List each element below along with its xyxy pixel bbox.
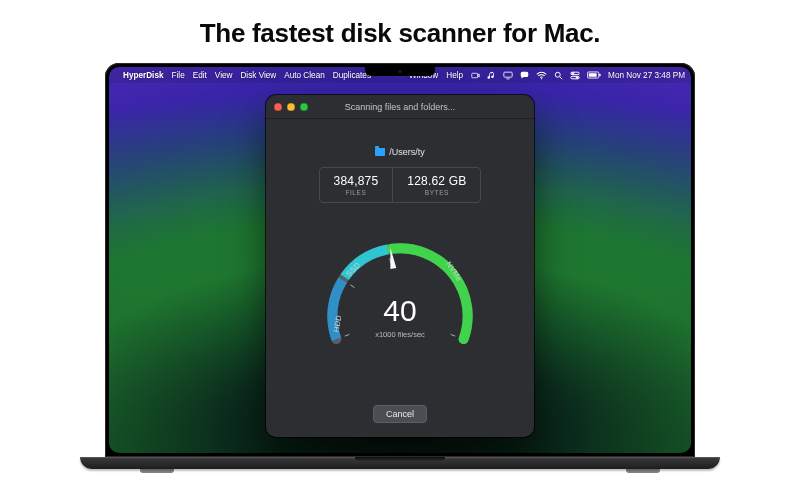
display-notch	[365, 67, 435, 76]
stat-bytes: 128.62 GB BYTES	[392, 168, 480, 202]
laptop-base	[80, 457, 720, 469]
control-center-icon[interactable]	[570, 71, 580, 80]
music-icon[interactable]	[487, 71, 496, 80]
window-title: Scanning files and folders...	[266, 102, 534, 112]
screen-icon[interactable]	[503, 71, 513, 80]
folder-icon	[375, 148, 385, 156]
scan-path-row: /Users/ty	[375, 147, 425, 157]
svg-point-2	[541, 78, 542, 79]
camera-icon[interactable]	[471, 71, 480, 80]
svg-point-5	[572, 72, 574, 74]
chat-icon[interactable]	[520, 71, 529, 80]
svg-rect-0	[472, 73, 478, 78]
gauge-value: 40	[383, 294, 416, 328]
menu-help[interactable]: Help	[446, 71, 463, 80]
svg-rect-1	[504, 72, 512, 77]
screen-bezel: HyperDisk File Edit View Disk View Auto …	[105, 63, 695, 457]
window-titlebar[interactable]: Scanning files and folders...	[266, 95, 534, 119]
battery-icon[interactable]	[587, 71, 601, 79]
app-window: Scanning files and folders... /Users/ty …	[266, 95, 534, 437]
svg-rect-9	[589, 73, 597, 77]
marketing-headline: The fastest disk scanner for Mac.	[200, 18, 600, 49]
speed-gauge: HDD SSD NVMe 40 x1000 files/sec	[315, 221, 485, 391]
menu-disk-view[interactable]: Disk View	[240, 71, 276, 80]
menu-view[interactable]: View	[215, 71, 233, 80]
window-body: /Users/ty 384,875 FILES 128.62 GB BYTES	[266, 119, 534, 437]
stat-files-label: FILES	[334, 189, 379, 196]
menu-app-name[interactable]: HyperDisk	[123, 71, 164, 80]
menu-edit[interactable]: Edit	[193, 71, 207, 80]
menu-file[interactable]: File	[172, 71, 185, 80]
desktop: HyperDisk File Edit View Disk View Auto …	[109, 67, 691, 453]
svg-point-7	[576, 76, 578, 78]
stat-bytes-label: BYTES	[407, 189, 466, 196]
laptop-mockup: HyperDisk File Edit View Disk View Auto …	[80, 63, 720, 473]
stat-files-value: 384,875	[334, 174, 379, 188]
svg-point-3	[555, 72, 560, 77]
stat-files: 384,875 FILES	[320, 168, 393, 202]
menu-bar-status-area: Mon Nov 27 3:48 PM	[471, 71, 685, 80]
menu-bar-datetime[interactable]: Mon Nov 27 3:48 PM	[608, 71, 685, 80]
svg-rect-10	[599, 74, 600, 77]
scan-stats: 384,875 FILES 128.62 GB BYTES	[319, 167, 482, 203]
menu-auto-clean[interactable]: Auto Clean	[284, 71, 325, 80]
gauge-unit-label: x1000 files/sec	[375, 330, 425, 339]
wifi-icon[interactable]	[536, 71, 547, 80]
cancel-button[interactable]: Cancel	[373, 405, 427, 423]
scan-path-text: /Users/ty	[389, 147, 425, 157]
search-icon[interactable]	[554, 71, 563, 80]
stat-bytes-value: 128.62 GB	[407, 174, 466, 188]
